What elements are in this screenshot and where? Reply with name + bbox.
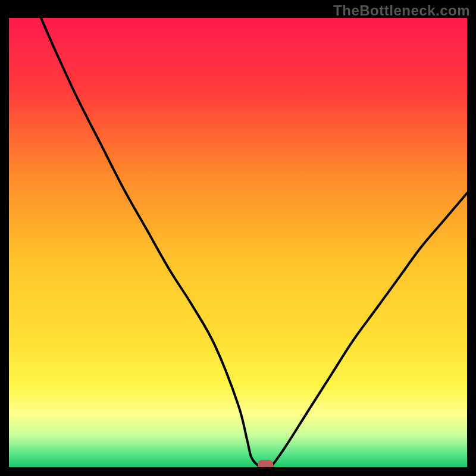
plot-area bbox=[9, 18, 467, 467]
chart-frame: TheBottleneck.com bbox=[0, 0, 476, 476]
bottleneck-chart bbox=[9, 18, 467, 467]
gradient-background bbox=[9, 18, 467, 467]
optimal-marker bbox=[258, 460, 273, 467]
attribution-label: TheBottleneck.com bbox=[333, 2, 470, 19]
